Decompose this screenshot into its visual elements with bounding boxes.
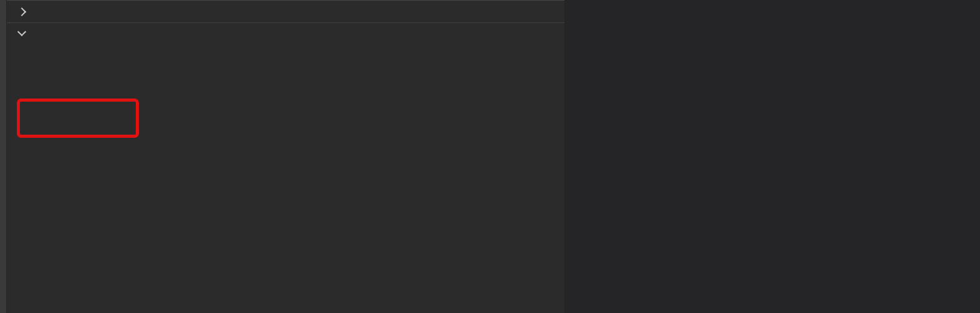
debug-side-panel [6,0,564,313]
section-divider [6,22,564,23]
code-editor[interactable] [564,0,980,313]
chevron-down-icon [17,27,26,36]
cropped-activity-strip [0,0,7,313]
vscode-debug-screenshot [0,0,980,313]
red-annotation-box [17,99,139,138]
watch-section-header[interactable] [6,1,564,22]
call-stack-list [6,44,564,313]
chevron-right-icon [17,7,26,16]
call-stack-section-header[interactable] [6,24,564,42]
